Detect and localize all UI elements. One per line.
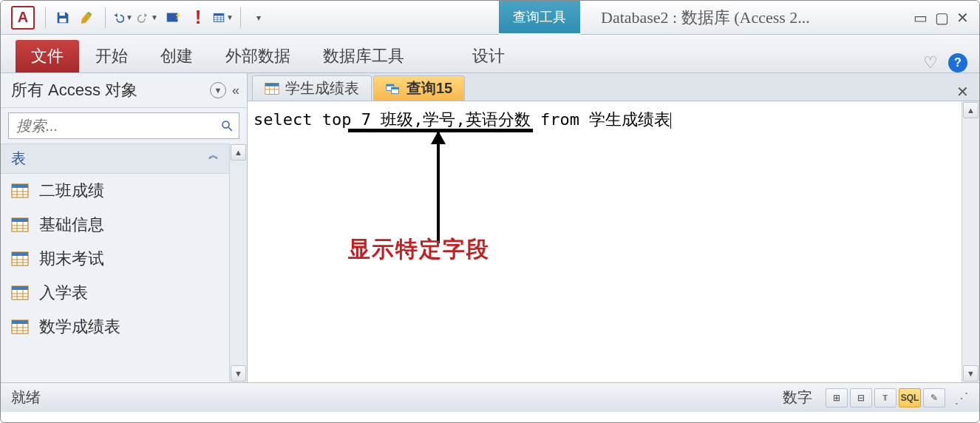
save-button[interactable]: [52, 7, 73, 28]
nav-search-input[interactable]: [9, 118, 215, 135]
sql-editor[interactable]: select top 7 班级,学号,英语分数 from 学生成绩表 显示特定字…: [248, 101, 979, 382]
sql-view-button[interactable]: SQL: [899, 388, 921, 407]
nav-header[interactable]: 所有 Access 对象 ▼ «: [1, 73, 247, 108]
ribbon-tab-home[interactable]: 开始: [79, 40, 144, 72]
nav-filter-dropdown[interactable]: ▼: [210, 82, 226, 98]
file-tab[interactable]: 文件: [16, 40, 79, 72]
redo-button[interactable]: ▼: [137, 7, 158, 28]
exclamation-icon: !: [195, 6, 202, 29]
resize-grip-icon[interactable]: ⋰: [954, 389, 969, 407]
nav-item-label: 入学表: [39, 282, 88, 304]
nav-item-label: 二班成绩: [39, 180, 104, 202]
nav-item-label: 数学成绩表: [39, 316, 120, 338]
ribbon-tabs: 文件 开始 创建 外部数据 数据库工具 设计 ♡ ?: [1, 35, 979, 73]
access-logo-icon: A: [11, 6, 35, 30]
tool-icon: [80, 10, 96, 26]
contextual-tab-label: 查询工具: [499, 1, 580, 35]
document-tabs: 学生成绩表查询15 ✕: [248, 73, 979, 101]
doc-scrollbar[interactable]: ▲ ▼: [962, 101, 979, 382]
customize-icon: ▾: [256, 13, 261, 23]
svg-rect-24: [12, 252, 28, 256]
ribbon-collapse-button[interactable]: ♡: [923, 53, 938, 72]
nav-collapse-button[interactable]: «: [232, 83, 239, 98]
scroll-track[interactable]: [230, 161, 247, 365]
nav-group-label: 表: [11, 149, 26, 169]
qat-customize-button[interactable]: ▾: [248, 7, 268, 28]
close-window-button[interactable]: ✕: [956, 9, 969, 27]
titlebar: A ▼ ▼ ! ▼ ▾ 查询工具 Database2 : 数据库 (Access…: [1, 1, 979, 35]
maximize-button[interactable]: ▢: [935, 9, 949, 27]
ribbon-tab-create[interactable]: 创建: [144, 40, 209, 72]
svg-rect-36: [12, 320, 28, 324]
table-icon: [11, 217, 29, 232]
table-icon: [11, 319, 29, 334]
qat-separator: [240, 7, 241, 28]
scroll-track[interactable]: [962, 119, 979, 365]
refresh-icon: [165, 10, 181, 26]
window-controls: ▭ ▢ ✕: [913, 9, 969, 27]
svg-point-9: [222, 121, 229, 128]
qat-separator: [105, 7, 106, 28]
document-tab[interactable]: 查询15: [373, 75, 465, 101]
nav-object-list: 表 ︽ 二班成绩基础信息期末考试入学表数学成绩表: [1, 143, 229, 382]
dropdown-arrow-icon: ▼: [226, 13, 234, 21]
nav-header-label: 所有 Access 对象: [11, 79, 210, 101]
nav-item[interactable]: 入学表: [1, 276, 229, 310]
collapse-group-icon: ︽: [208, 149, 219, 169]
scroll-up-button[interactable]: ▲: [963, 102, 979, 118]
undo-icon: [112, 10, 124, 26]
svg-line-10: [228, 127, 232, 131]
status-text: 就绪: [11, 388, 41, 407]
nav-item[interactable]: 数学成绩表: [1, 310, 229, 344]
pivot-table-view-button[interactable]: ⊟: [850, 388, 872, 407]
scroll-up-button[interactable]: ▲: [231, 144, 246, 160]
nav-item[interactable]: 二班成绩: [1, 174, 229, 208]
svg-rect-2: [167, 13, 178, 21]
svg-rect-4: [214, 13, 223, 16]
svg-rect-30: [12, 286, 28, 290]
table-icon: [11, 285, 29, 300]
sql-text-content[interactable]: select top 7 班级,学号,英语分数 from 学生成绩表: [248, 101, 962, 138]
help-button[interactable]: ?: [948, 53, 967, 72]
search-icon[interactable]: [215, 119, 239, 132]
ribbon-tab-external[interactable]: 外部数据: [209, 40, 307, 72]
ribbon-tab-dbtools[interactable]: 数据库工具: [307, 40, 421, 72]
nav-item-label: 期末考试: [39, 248, 104, 270]
window-title: Database2 : 数据库 (Access 2...: [601, 7, 810, 29]
annotation-arrow: [437, 132, 440, 243]
refresh-button[interactable]: [163, 7, 183, 28]
scroll-down-button[interactable]: ▼: [231, 365, 246, 382]
table-icon: [265, 82, 279, 95]
dropdown-arrow-icon: ▼: [126, 13, 133, 21]
datasheet-view-button[interactable]: ⊞: [826, 388, 848, 407]
table-icon: [11, 183, 29, 198]
table-icon: [11, 251, 29, 266]
nav-group-tables[interactable]: 表 ︽: [1, 143, 229, 174]
nav-item[interactable]: 基础信息: [1, 208, 229, 242]
document-tab-label: 查询15: [406, 78, 452, 98]
status-indicator: 数字: [783, 388, 812, 407]
document-tab-label: 学生成绩表: [285, 78, 359, 98]
document-area: 学生成绩表查询15 ✕ select top 7 班级,学号,英语分数 from…: [248, 73, 979, 382]
close-tab-button[interactable]: ✕: [956, 83, 969, 101]
svg-rect-18: [12, 218, 28, 222]
document-tab[interactable]: 学生成绩表: [252, 75, 372, 101]
qat-separator: [45, 7, 46, 28]
run-button[interactable]: !: [188, 7, 208, 28]
design-view-button[interactable]: ✎: [923, 388, 945, 407]
annotation-text: 显示特定字段: [348, 234, 490, 265]
pivot-chart-view-button[interactable]: ⫪: [874, 388, 896, 407]
ribbon-tab-design[interactable]: 设计: [456, 40, 521, 72]
scroll-down-button[interactable]: ▼: [963, 365, 979, 382]
query-icon: [386, 82, 401, 95]
nav-scrollbar[interactable]: ▲ ▼: [229, 143, 247, 382]
nav-search-box[interactable]: [8, 112, 239, 139]
minimize-button[interactable]: ▭: [913, 9, 928, 27]
text-cursor: [670, 112, 671, 129]
quick-print-button[interactable]: [78, 7, 98, 28]
undo-button[interactable]: ▼: [112, 7, 133, 28]
datasheet-button[interactable]: ▼: [213, 7, 234, 28]
nav-item[interactable]: 期末考试: [1, 242, 229, 276]
svg-rect-49: [392, 87, 399, 89]
save-icon: [55, 10, 71, 26]
